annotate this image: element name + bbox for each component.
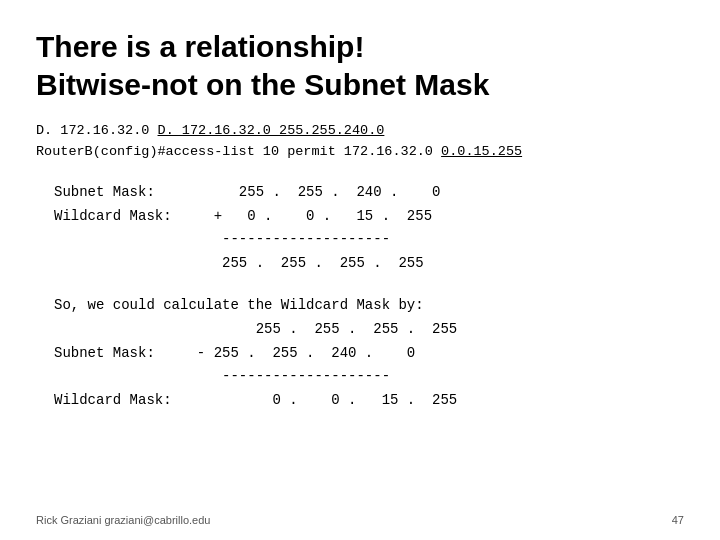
code-label-underline: D. 172.16.32.0 255.255.240.0 bbox=[158, 123, 385, 138]
calc-wildcard-row: Wildcard Mask: 0 . 0 . 15 . 255 bbox=[54, 389, 684, 413]
calc-section: So, we could calculate the Wildcard Mask… bbox=[54, 294, 684, 413]
calc-intro: So, we could calculate the Wildcard Mask… bbox=[54, 294, 684, 318]
calc-divider-row: -------------------- bbox=[54, 365, 684, 389]
title-line2: Bitwise-not on the Subnet Mask bbox=[36, 68, 489, 101]
footer: Rick Graziani graziani@cabrillo.edu 47 bbox=[36, 514, 684, 526]
wildcard-row: Wildcard Mask: + 0 . 0 . 15 . 255 bbox=[54, 205, 684, 229]
calc-intro-text: So, we could calculate the Wildcard Mask… bbox=[54, 297, 424, 313]
calc-divider-spaces bbox=[54, 368, 222, 384]
slide: There is a relationship! Bitwise-not on … bbox=[0, 0, 720, 540]
code-command-underline: 0.0.15.255 bbox=[441, 144, 522, 159]
divider-row: -------------------- bbox=[54, 228, 684, 252]
wildcard-values: 0 . 0 . 15 . 255 bbox=[222, 208, 432, 224]
calc-wildcard-label: Wildcard Mask: bbox=[54, 392, 256, 408]
calc-subnet-row: Subnet Mask: - 255 . 255 . 240 . 0 bbox=[54, 342, 684, 366]
code-section: D. 172.16.32.0 D. 172.16.32.0 255.255.24… bbox=[36, 121, 684, 163]
title-line1: There is a relationship! bbox=[36, 30, 364, 63]
subnet-row: Subnet Mask: 255 . 255 . 240 . 0 bbox=[54, 181, 684, 205]
calc-subnet-label: Subnet Mask: - bbox=[54, 345, 205, 361]
calc-subnet-values: 255 . 255 . 240 . 0 bbox=[205, 345, 415, 361]
wildcard-label: Wildcard Mask: + bbox=[54, 208, 222, 224]
calc-divider-line: -------------------- bbox=[222, 365, 390, 389]
slide-title: There is a relationship! Bitwise-not on … bbox=[36, 28, 684, 103]
calc-255-values: 255 . 255 . 255 . 255 bbox=[256, 321, 458, 337]
calc-wildcard-values: 0 . 0 . 15 . 255 bbox=[256, 392, 458, 408]
mask-table: Subnet Mask: 255 . 255 . 240 . 0 Wildcar… bbox=[54, 181, 684, 276]
subnet-values: 255 . 255 . 240 . 0 bbox=[239, 184, 441, 200]
calc-255-row: 255 . 255 . 255 . 255 bbox=[54, 318, 684, 342]
footer-author: Rick Graziani graziani@cabrillo.edu bbox=[36, 514, 210, 526]
code-command-line: RouterB(config)#access-list 10 permit 17… bbox=[36, 142, 684, 163]
result-values: 255 . 255 . 255 . 255 bbox=[222, 255, 424, 271]
calc-255-spaces bbox=[54, 321, 256, 337]
result-spaces bbox=[54, 255, 222, 271]
divider-line: -------------------- bbox=[222, 228, 390, 252]
result-row: 255 . 255 . 255 . 255 bbox=[54, 252, 684, 276]
divider-spaces bbox=[54, 231, 222, 247]
subnet-label: Subnet Mask: bbox=[54, 184, 239, 200]
footer-page: 47 bbox=[672, 514, 684, 526]
code-label-line: D. 172.16.32.0 D. 172.16.32.0 255.255.24… bbox=[36, 121, 684, 142]
